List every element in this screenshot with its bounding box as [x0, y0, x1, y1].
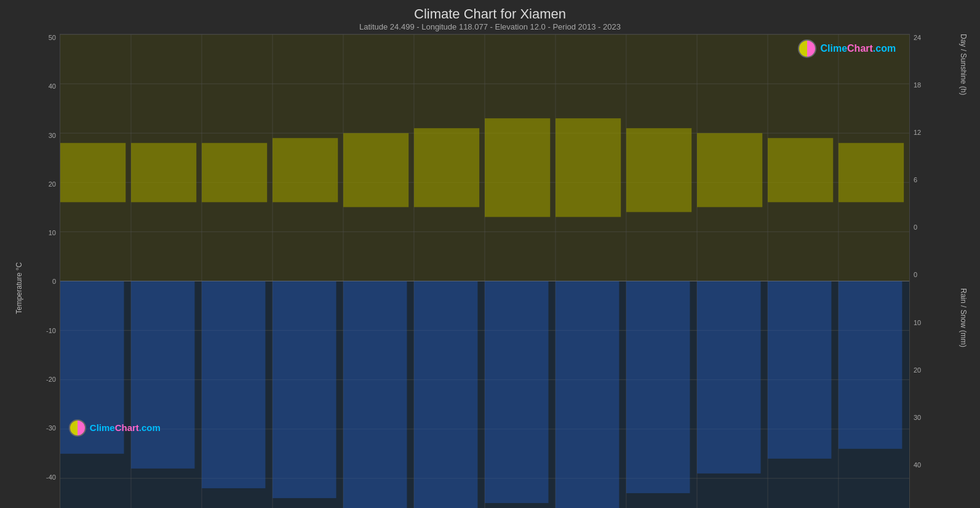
svg-rect-34: [839, 281, 902, 449]
svg-rect-46: [839, 143, 904, 202]
svg-rect-40: [414, 128, 479, 207]
y-tick-m10: -10: [46, 327, 56, 334]
svg-rect-42: [556, 118, 621, 217]
chart-svg: ClimeChart.com ClimeChart.com: [60, 34, 909, 508]
svg-rect-37: [202, 143, 267, 202]
y-tick-40: 40: [49, 83, 56, 90]
svg-rect-29: [485, 281, 549, 503]
chart-main: ClimeChart.com ClimeChart.com Jan Feb: [60, 34, 910, 508]
svg-rect-36: [131, 143, 196, 202]
svg-rect-27: [343, 281, 407, 509]
svg-rect-30: [556, 281, 619, 508]
svg-rect-26: [273, 281, 337, 498]
page-wrapper: Climate Chart for Xiamen Latitude 24.499…: [0, 0, 980, 508]
y-tick-m30: -30: [46, 424, 56, 432]
svg-rect-43: [626, 128, 691, 212]
svg-rect-31: [626, 281, 690, 493]
y-tick-50: 50: [49, 34, 56, 41]
y-tick-m20: -20: [46, 376, 56, 383]
y-tick-30: 30: [49, 132, 56, 139]
svg-rect-35: [60, 143, 125, 202]
svg-rect-41: [485, 118, 550, 217]
chart-canvas: ClimeChart.com ClimeChart.com: [60, 34, 910, 508]
y-tick-0: 0: [52, 278, 56, 285]
y-axis-right-container: 24 18 12 6 0 0 10 20 30 40 x: [910, 34, 959, 508]
y-axis-right-top: 24 18 12 6 0 0 10 20 30 40 x: [910, 34, 953, 508]
chart-title: Climate Chart for Xiamen: [12, 6, 968, 22]
svg-rect-45: [768, 138, 833, 202]
y-axis-left-label: Temperature °C: [12, 34, 26, 508]
chart-area: Temperature °C 50 40 30 20 10 0 -10 -20 …: [12, 34, 968, 508]
svg-rect-32: [697, 281, 761, 474]
chart-header: Climate Chart for Xiamen Latitude 24.499…: [12, 6, 968, 31]
y-label-sunshine: Day / Sunshine (h): [959, 34, 968, 288]
svg-rect-44: [697, 133, 762, 207]
y-axis-right-labels: Day / Sunshine (h) Rain / Snow (mm): [959, 34, 968, 508]
svg-rect-38: [273, 138, 338, 202]
y-axis-left: 50 40 30 20 10 0 -10 -20 -30 -40 -50: [26, 34, 60, 508]
chart-subtitle: Latitude 24.499 - Longitude 118.077 - El…: [12, 22, 968, 31]
y-tick-m40: -40: [46, 474, 56, 481]
y-tick-20: 20: [49, 180, 56, 188]
y-tick-10: 10: [49, 229, 56, 236]
y-label-rain: Rain / Snow (mm): [959, 288, 968, 509]
svg-rect-33: [768, 281, 832, 459]
svg-rect-39: [343, 133, 408, 207]
svg-rect-28: [414, 281, 478, 509]
